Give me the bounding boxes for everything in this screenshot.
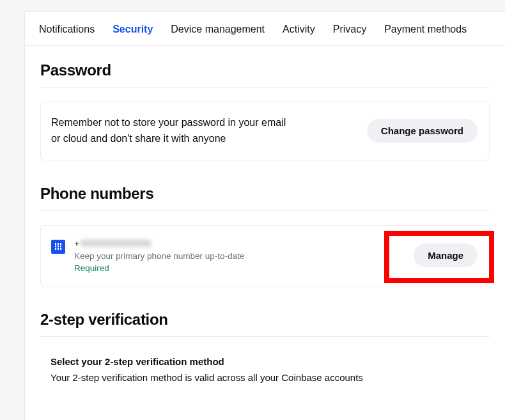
phone-number-masked <box>81 240 151 247</box>
twostep-select-heading: Select your 2-step verification method <box>50 356 479 367</box>
dialpad-icon <box>51 240 65 254</box>
tab-notifications[interactable]: Notifications <box>39 24 95 35</box>
twostep-section-title: 2-step verification <box>40 286 490 337</box>
password-card: Remember not to store your password in y… <box>40 102 490 160</box>
settings-container: Notifications Security Device management… <box>24 12 505 420</box>
phone-prefix: + <box>74 238 79 249</box>
tab-security[interactable]: Security <box>113 24 153 35</box>
password-section-title: Password <box>40 46 490 88</box>
phone-info: + Keep your primary phone number up-to-d… <box>74 238 405 273</box>
twostep-block: Select your 2-step verification method Y… <box>25 337 505 383</box>
phone-number: + <box>74 238 405 249</box>
tab-payment-methods[interactable]: Payment methods <box>384 24 467 35</box>
tab-activity[interactable]: Activity <box>283 24 315 35</box>
password-reminder-text: Remember not to store your password in y… <box>51 115 294 147</box>
tab-device-management[interactable]: Device management <box>171 24 265 35</box>
phone-description: Keep your primary phone number up-to-dat… <box>74 251 405 261</box>
manage-phone-button[interactable]: Manage <box>414 244 478 267</box>
phone-section-title: Phone numbers <box>40 160 490 211</box>
twostep-description: Your 2-step verification method is valid… <box>50 372 479 383</box>
change-password-button[interactable]: Change password <box>367 119 478 143</box>
phone-card: + Keep your primary phone number up-to-d… <box>40 225 490 286</box>
phone-required-badge: Required <box>74 263 405 273</box>
settings-tabs: Notifications Security Device management… <box>25 12 505 46</box>
tab-privacy[interactable]: Privacy <box>333 24 366 35</box>
